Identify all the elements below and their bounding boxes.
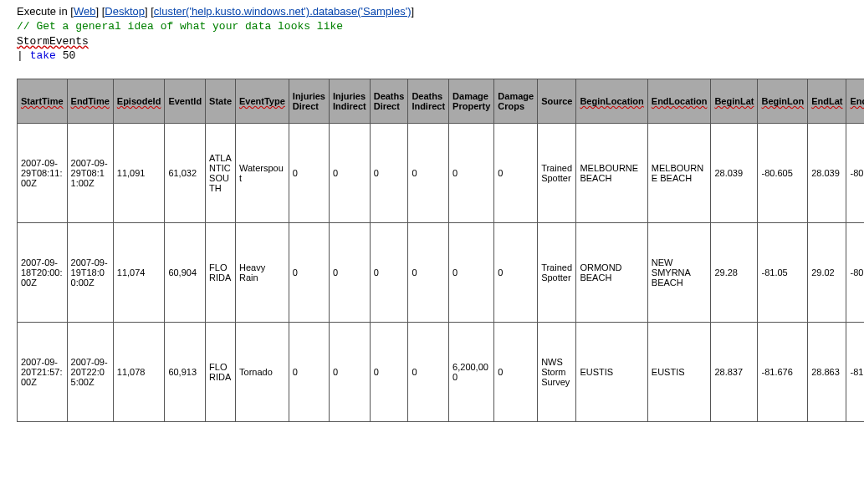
table-cell: 2007-09-20T22:05:00Z: [67, 322, 113, 421]
col-header: EventType: [236, 79, 289, 123]
table-cell: NWS Storm Survey: [538, 322, 576, 421]
col-header: StartTime: [18, 79, 68, 123]
col-header: EndTime: [67, 79, 113, 123]
table-row: 2007-09-18T20:00:00Z2007-09-19T18:00:00Z…: [18, 222, 865, 322]
col-header: EpisodeId: [113, 79, 165, 123]
table-cell: 0: [449, 222, 494, 322]
table-cell: Tornado: [236, 322, 289, 421]
table-cell: EUSTIS: [647, 322, 711, 421]
code-comment: // Get a general idea of what your data …: [17, 20, 343, 33]
table-cell: Heavy Rain: [236, 222, 289, 322]
code-keyword-take: take: [30, 49, 56, 62]
table-cell: 0: [408, 322, 449, 421]
table-cell: 6,200,000: [449, 322, 494, 421]
col-header: Damage Crops: [494, 79, 538, 123]
col-header: EndLocation: [647, 79, 711, 123]
exec-link-desktop[interactable]: Desktop: [105, 5, 145, 18]
table-cell: 0: [370, 322, 408, 421]
table-cell: 0: [289, 322, 329, 421]
col-header: Injuries Indirect: [329, 79, 370, 123]
table-cell: 0: [408, 222, 449, 322]
table-cell: 28.863: [808, 322, 846, 421]
table-cell: -80.93: [846, 222, 864, 322]
table-cell: 0: [494, 222, 538, 322]
table-cell: 0: [494, 322, 538, 421]
col-header: BeginLon: [758, 79, 808, 123]
exec-link-web[interactable]: Web: [74, 5, 96, 18]
col-header: Deaths Indirect: [408, 79, 449, 123]
table-cell: 2007-09-29T08:11:00Z: [18, 123, 68, 222]
table-row: 2007-09-29T08:11:00Z2007-09-29T08:11:00Z…: [18, 123, 865, 222]
table-cell: 2007-09-19T18:00:00Z: [67, 222, 113, 322]
table-row: 2007-09-20T21:57:00Z2007-09-20T22:05:00Z…: [18, 322, 865, 421]
table-cell: Trained Spotter: [538, 123, 576, 222]
table-cell: 2007-09-29T08:11:00Z: [67, 123, 113, 222]
table-cell: 0: [408, 123, 449, 222]
table-cell: FLORIDA: [206, 222, 236, 322]
table-cell: 11,074: [113, 222, 165, 322]
code-take-value: 50: [63, 49, 76, 62]
table-cell: NEW SMYRNA BEACH: [647, 222, 711, 322]
table-cell: 28.039: [711, 123, 758, 222]
table-cell: 29.28: [711, 222, 758, 322]
table-cell: 11,091: [113, 123, 165, 222]
table-cell: -81.05: [758, 222, 808, 322]
table-cell: -81.676: [758, 322, 808, 421]
table-cell: 0: [289, 222, 329, 322]
table-cell: MELBOURNE BEACH: [647, 123, 711, 222]
table-cell: ORMOND BEACH: [576, 222, 647, 322]
table-cell: 28.837: [711, 322, 758, 421]
table-header-row: StartTimeEndTimeEpisodeIdEventIdStateEve…: [18, 79, 865, 123]
code-table-name: StormEvents: [17, 35, 89, 48]
table-body: 2007-09-29T08:11:00Z2007-09-29T08:11:00Z…: [18, 123, 865, 421]
table-cell: 29.02: [808, 222, 846, 322]
col-header: EndLat: [808, 79, 846, 123]
col-header: BeginLat: [711, 79, 758, 123]
table-cell: Trained Spotter: [538, 222, 576, 322]
table-cell: 61,032: [165, 123, 206, 222]
table-cell: 0: [329, 123, 370, 222]
col-header: EndLon: [846, 79, 864, 123]
table-cell: EUSTIS: [576, 322, 647, 421]
col-header: Source: [538, 79, 576, 123]
table-cell: 60,904: [165, 222, 206, 322]
query-editor[interactable]: // Get a general idea of what your data …: [17, 19, 847, 64]
col-header: EventId: [165, 79, 206, 123]
results-table: StartTimeEndTimeEpisodeIdEventIdStateEve…: [17, 79, 864, 422]
col-header: BeginLocation: [576, 79, 647, 123]
table-cell: -80.605: [846, 123, 864, 222]
col-header: Damage Property: [449, 79, 494, 123]
table-cell: 0: [449, 123, 494, 222]
table-cell: 0: [494, 123, 538, 222]
table-cell: FLORIDA: [206, 322, 236, 421]
table-cell: 11,078: [113, 322, 165, 421]
table-cell: 2007-09-18T20:00:00Z: [18, 222, 68, 322]
table-cell: -81.685: [846, 322, 864, 421]
table-cell: Waterspout: [236, 123, 289, 222]
table-cell: 60,913: [165, 322, 206, 421]
table-cell: 0: [370, 123, 408, 222]
table-cell: 0: [329, 222, 370, 322]
table-cell: 0: [370, 222, 408, 322]
col-header: Injuries Direct: [289, 79, 329, 123]
table-cell: ATLANTIC SOUTH: [206, 123, 236, 222]
col-header: State: [206, 79, 236, 123]
col-header: Deaths Direct: [370, 79, 408, 123]
execute-prefix: Execute in: [17, 5, 68, 18]
exec-link-cluster[interactable]: cluster('help.kusto.windows.net').databa…: [154, 5, 412, 18]
table-cell: 28.039: [808, 123, 846, 222]
table-cell: -80.605: [758, 123, 808, 222]
table-cell: 2007-09-20T21:57:00Z: [18, 322, 68, 421]
execute-line: Execute in [Web] [Desktop] [cluster('hel…: [17, 5, 847, 18]
table-cell: MELBOURNE BEACH: [576, 123, 647, 222]
table-cell: 0: [329, 322, 370, 421]
table-cell: 0: [289, 123, 329, 222]
code-pipe: |: [17, 49, 23, 62]
